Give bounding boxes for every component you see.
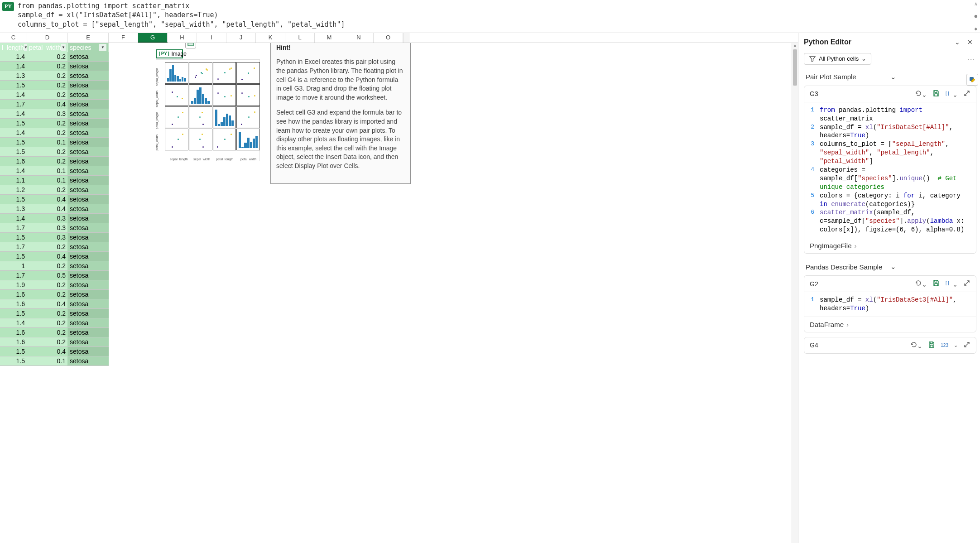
table-row[interactable]: 1.40.2setosa — [0, 62, 109, 71]
table-row[interactable]: 1.50.4setosa — [0, 347, 109, 356]
cell-length[interactable]: 1.5 — [0, 119, 27, 128]
cell-length[interactable]: 1.7 — [0, 242, 27, 252]
cell-width[interactable]: 0.2 — [27, 62, 68, 71]
cell-species[interactable]: setosa — [68, 185, 109, 195]
undo-icon[interactable]: ⌄ — [914, 90, 927, 98]
cell-reference[interactable]: G3 — [810, 90, 914, 97]
col-species-header[interactable]: species — [68, 43, 109, 52]
cell-species[interactable]: setosa — [68, 138, 109, 147]
cell-species[interactable]: setosa — [68, 337, 109, 347]
table-row[interactable]: 1.50.2setosa — [0, 81, 109, 90]
cell-species[interactable]: setosa — [68, 242, 109, 252]
output-type-123-icon[interactable]: 123 — [941, 343, 948, 348]
cell-length[interactable]: 1.4 — [0, 52, 27, 62]
cell-species[interactable]: setosa — [68, 299, 109, 309]
table-row[interactable]: 1.50.3setosa — [0, 233, 109, 242]
cell-species[interactable]: setosa — [68, 166, 109, 176]
table-row[interactable]: 10.2setosa — [0, 261, 109, 271]
output-type-icon[interactable]: [ ]⌄ — [945, 90, 958, 98]
cell-length[interactable]: 1.5 — [0, 309, 27, 318]
chevron-down-icon[interactable]: ⌄ — [890, 73, 975, 81]
cell-length[interactable]: 1.6 — [0, 157, 27, 166]
undo-icon[interactable]: ⌄ — [914, 279, 927, 288]
table-row[interactable]: 1.30.2setosa — [0, 71, 109, 81]
table-row[interactable]: 1.40.2setosa — [0, 128, 109, 138]
cell-length[interactable]: 1.6 — [0, 337, 27, 347]
table-row[interactable]: 1.30.4setosa — [0, 204, 109, 214]
cell-width[interactable]: 0.2 — [27, 318, 68, 328]
cell-width[interactable]: 0.2 — [27, 147, 68, 157]
cell-length[interactable]: 1.5 — [0, 252, 27, 261]
table-row[interactable]: 1.60.2setosa — [0, 290, 109, 299]
table-row[interactable]: 1.50.2setosa — [0, 119, 109, 128]
cell-species[interactable]: setosa — [68, 62, 109, 71]
cell-length[interactable]: 1.4 — [0, 90, 27, 100]
column-header-o[interactable]: O — [374, 33, 403, 43]
chevron-down-icon[interactable]: ⌄ — [953, 37, 962, 48]
vertical-scrollbar[interactable]: ▲ — [792, 43, 798, 543]
cell-length[interactable]: 1.6 — [0, 299, 27, 309]
table-row[interactable]: 1.70.5setosa — [0, 271, 109, 280]
cell-species[interactable]: setosa — [68, 328, 109, 337]
cell-length[interactable]: 1.5 — [0, 195, 27, 204]
table-row[interactable]: 1.50.4setosa — [0, 195, 109, 204]
cell-length[interactable]: 1.3 — [0, 204, 27, 214]
cell-width[interactable]: 0.1 — [27, 138, 68, 147]
cell-length[interactable]: 1 — [0, 261, 27, 271]
cell-width[interactable]: 0.2 — [27, 128, 68, 138]
cell-length[interactable]: 1.4 — [0, 318, 27, 328]
expand-icon[interactable] — [963, 341, 970, 350]
table-row[interactable]: 1.50.2setosa — [0, 309, 109, 318]
table-row[interactable]: 1.20.2setosa — [0, 185, 109, 195]
cell-length[interactable]: 1.5 — [0, 347, 27, 356]
cell-length[interactable]: 1.2 — [0, 185, 27, 195]
cell-length[interactable]: 1.1 — [0, 176, 27, 185]
output-type-icon[interactable]: [ ]⌄ — [945, 279, 958, 288]
table-row[interactable]: 1.70.4setosa — [0, 100, 109, 109]
cell-species[interactable]: setosa — [68, 147, 109, 157]
cell-species[interactable]: setosa — [68, 318, 109, 328]
cell-width[interactable]: 0.2 — [27, 71, 68, 81]
cell-species[interactable]: setosa — [68, 233, 109, 242]
cell-length[interactable]: 1.7 — [0, 100, 27, 109]
expand-icon[interactable] — [963, 90, 970, 98]
cell-width[interactable]: 0.5 — [27, 271, 68, 280]
cell-width[interactable]: 0.2 — [27, 309, 68, 318]
cell-length[interactable]: 1.4 — [0, 166, 27, 176]
cell-species[interactable]: setosa — [68, 157, 109, 166]
filter-cells-button[interactable]: All Python cells ⌄ — [804, 53, 871, 65]
table-row[interactable]: 1.60.2setosa — [0, 328, 109, 337]
output-row[interactable]: PngImageFile › — [804, 238, 976, 253]
table-row[interactable]: 1.40.2setosa — [0, 318, 109, 328]
cell-width[interactable]: 0.4 — [27, 252, 68, 261]
insert-data-icon[interactable] — [185, 43, 196, 48]
cell-width[interactable]: 0.2 — [27, 185, 68, 195]
column-header-m[interactable]: M — [315, 33, 344, 43]
cell-species[interactable]: setosa — [68, 195, 109, 204]
cell-species[interactable]: setosa — [68, 100, 109, 109]
section-describe[interactable]: Pandas Describe Sample ⌄ — [804, 258, 976, 275]
cell-length[interactable]: 1.5 — [0, 81, 27, 90]
cell-species[interactable]: setosa — [68, 252, 109, 261]
cell-species[interactable]: setosa — [68, 90, 109, 100]
cell-species[interactable]: setosa — [68, 347, 109, 356]
cell-species[interactable]: setosa — [68, 356, 109, 366]
cell-length[interactable]: 1.5 — [0, 138, 27, 147]
cell-length[interactable]: 1.4 — [0, 128, 27, 138]
cell-length[interactable]: 1.9 — [0, 280, 27, 290]
cell-width[interactable]: 0.1 — [27, 356, 68, 366]
table-row[interactable]: 1.50.1setosa — [0, 138, 109, 147]
cell-width[interactable]: 0.4 — [27, 100, 68, 109]
col-length-header[interactable]: l_length — [0, 43, 27, 52]
table-row[interactable]: 1.40.3setosa — [0, 214, 109, 223]
col-width-header[interactable]: petal_width — [27, 43, 68, 52]
cell-reference[interactable]: G4 — [810, 341, 910, 349]
expand-icon[interactable] — [963, 279, 970, 288]
column-header-i[interactable]: I — [197, 33, 226, 43]
filter-icon[interactable] — [99, 44, 106, 51]
save-icon[interactable] — [932, 90, 940, 98]
cell-length[interactable]: 1.7 — [0, 223, 27, 233]
formula-text[interactable]: from pandas.plotting import scatter_matr… — [18, 1, 978, 29]
cell-width[interactable]: 0.1 — [27, 176, 68, 185]
table-row[interactable]: 1.10.1setosa — [0, 176, 109, 185]
